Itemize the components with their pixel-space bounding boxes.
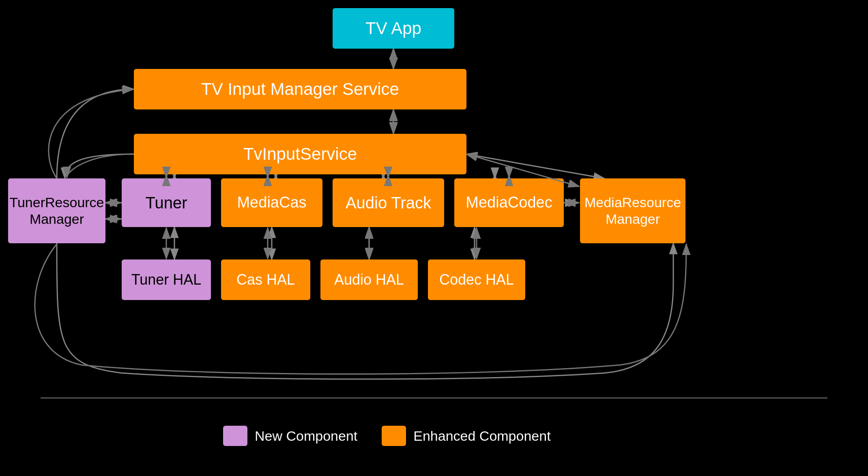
- legend-new-component-box: [223, 426, 247, 446]
- audio-track-box: Audio Track: [333, 178, 444, 227]
- audio-hal-box: Audio HAL: [320, 259, 418, 300]
- svg-line-8: [466, 154, 604, 178]
- tv-input-service-box: TvInputService: [134, 134, 466, 174]
- tuner-resource-manager-box: TunerResource Manager: [8, 178, 105, 243]
- media-resource-manager-box: MediaResource Manager: [580, 178, 685, 243]
- media-codec-box: MediaCodec: [454, 178, 564, 227]
- legend-new-component-label: New Component: [255, 428, 357, 444]
- tuner-hal-box: Tuner HAL: [122, 259, 211, 300]
- legend-enhanced-component-box: [382, 426, 406, 446]
- legend-new-component: New Component: [223, 426, 357, 446]
- tv-app-box: TV App: [333, 8, 454, 49]
- legend: New Component Enhanced Component: [223, 426, 551, 446]
- legend-divider: [41, 397, 827, 399]
- tuner-box: Tuner: [122, 178, 211, 227]
- codec-hal-box: Codec HAL: [428, 259, 525, 300]
- media-cas-box: MediaCas: [221, 178, 322, 227]
- legend-enhanced-component: Enhanced Component: [382, 426, 550, 446]
- tv-input-manager-box: TV Input Manager Service: [134, 69, 466, 109]
- legend-enhanced-component-label: Enhanced Component: [413, 428, 550, 444]
- cas-hal-box: Cas HAL: [221, 259, 310, 300]
- diagram-container: .arr { stroke: #888; stroke-width: 3; fi…: [0, 0, 868, 476]
